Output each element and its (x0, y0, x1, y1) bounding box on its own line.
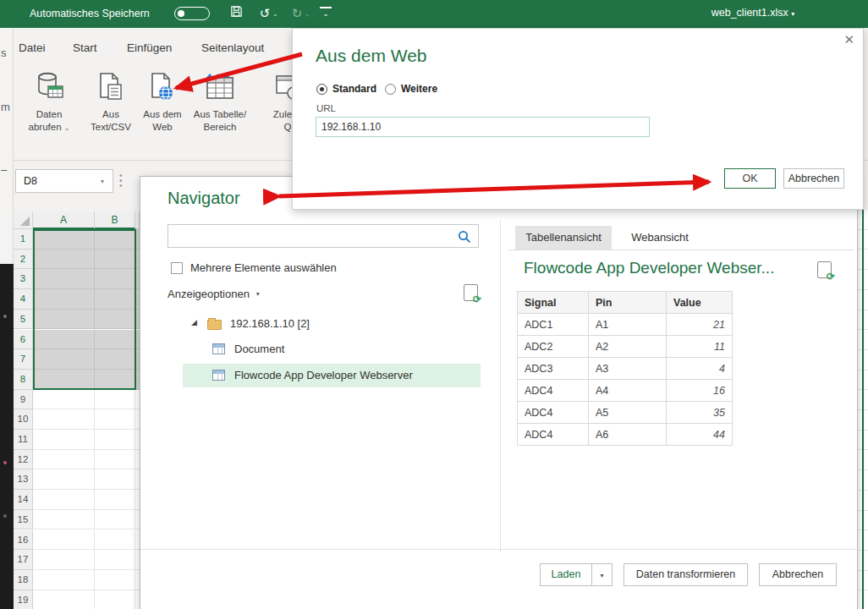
grid-cell[interactable] (95, 510, 135, 530)
grid-cell[interactable] (95, 430, 135, 450)
row-header[interactable]: 4 (14, 289, 33, 310)
tree-root-item[interactable]: ◢ 192.168.1.10 [2] (140, 312, 496, 336)
load-button[interactable]: Laden (540, 563, 592, 586)
row-header[interactable]: 1 (14, 229, 33, 250)
grid-cell[interactable] (33, 390, 95, 410)
row-header[interactable]: 2 (14, 250, 33, 270)
grid-cell[interactable] (33, 430, 95, 450)
grid-cell[interactable] (95, 349, 135, 370)
row-header[interactable]: 9 (14, 390, 33, 410)
radio-standard[interactable] (316, 84, 327, 95)
row-header[interactable]: 6 (14, 330, 33, 350)
grid-cell[interactable] (33, 269, 95, 289)
grid-cell[interactable] (33, 250, 95, 270)
grid-cell[interactable] (33, 289, 95, 310)
navigator-search-box[interactable] (168, 224, 479, 248)
grid-cell[interactable] (95, 590, 135, 609)
grid-cell[interactable] (95, 289, 135, 310)
document-title[interactable]: web_client1.xlsx ▾ (677, 7, 829, 19)
name-box-dropdown-icon[interactable]: ▾ (101, 178, 104, 185)
grid-cell[interactable] (95, 269, 135, 289)
tab-seitenlayout[interactable]: Seitenlayout (201, 41, 264, 54)
grid-cell[interactable] (33, 409, 95, 430)
row-header[interactable]: 3 (14, 269, 33, 289)
url-input[interactable] (316, 117, 650, 137)
background-text-fragment: s (1, 47, 7, 59)
grid-cell[interactable] (95, 530, 135, 551)
grid-cell[interactable] (33, 450, 95, 470)
get-data-button[interactable]: Daten abrufen ⌄ (15, 69, 83, 134)
navigator-search-input[interactable] (172, 228, 451, 244)
grid-cell[interactable] (95, 490, 135, 510)
undo-dropdown-icon[interactable]: ⌄ (272, 10, 278, 18)
grid-cell[interactable] (95, 330, 135, 350)
undo-icon[interactable]: ↺ (255, 4, 274, 23)
row-header[interactable]: 15 (14, 510, 33, 530)
transform-data-button[interactable]: Daten transformieren (624, 563, 748, 586)
row-header[interactable]: 10 (14, 409, 33, 430)
close-icon[interactable]: ✕ (843, 32, 854, 47)
refresh-icon[interactable]: ⟳ (464, 284, 478, 301)
search-icon[interactable] (458, 230, 471, 244)
row-header[interactable]: 17 (14, 550, 33, 570)
grid-cell[interactable] (33, 469, 95, 490)
select-all-corner[interactable] (14, 211, 33, 229)
grid-cell[interactable] (95, 550, 135, 570)
tree-item-flowcode-webserver[interactable]: Flowcode App Developer Webserver (183, 364, 481, 387)
row-header[interactable]: 12 (14, 450, 33, 470)
grid-cell[interactable] (33, 310, 95, 330)
column-header-b[interactable]: B (95, 211, 135, 229)
row-header[interactable]: 11 (14, 430, 33, 450)
column-header-a[interactable]: A (33, 211, 95, 229)
row-header[interactable]: 5 (14, 310, 33, 330)
grid-cell[interactable] (95, 469, 135, 490)
grid-cell[interactable] (33, 370, 95, 390)
tree-item-document[interactable]: Document (140, 337, 496, 361)
grid-cell[interactable] (95, 370, 135, 390)
grid-cell[interactable] (95, 450, 135, 470)
row-header[interactable]: 8 (14, 370, 33, 390)
autosave-toggle[interactable] (174, 7, 210, 20)
grid-cell[interactable] (33, 510, 95, 530)
tab-start[interactable]: Start (73, 41, 97, 54)
quick-access-customize-icon[interactable]: ⌄ (320, 7, 332, 17)
grid-cell[interactable] (95, 570, 135, 590)
grid-cell[interactable] (33, 330, 95, 350)
navigator-cancel-button[interactable]: Abbrechen (759, 563, 837, 586)
grid-cell[interactable] (95, 310, 135, 330)
multi-select-checkbox[interactable] (171, 262, 183, 274)
grid-cell[interactable] (33, 349, 95, 370)
grid-cell[interactable] (33, 550, 95, 570)
tab-webansicht[interactable]: Webansicht (619, 226, 700, 250)
ok-button[interactable]: OK (724, 168, 776, 189)
grid-cell[interactable] (95, 409, 135, 430)
grid-cell[interactable] (33, 530, 95, 551)
row-header[interactable]: 16 (14, 530, 33, 551)
row-header[interactable]: 7 (14, 349, 33, 370)
row-header[interactable]: 19 (14, 590, 33, 609)
grid-cell[interactable] (95, 250, 135, 270)
row-header[interactable]: 14 (14, 490, 33, 510)
preview-title: Flowcode App Developer Webser... (524, 259, 774, 277)
save-icon[interactable] (227, 4, 245, 23)
row-header[interactable]: 18 (14, 570, 33, 590)
tab-tabellenansicht[interactable]: Tabellenansicht (515, 226, 612, 250)
grid-cell[interactable] (33, 229, 95, 250)
web-dialog-cancel-button[interactable]: Abbrechen (783, 168, 844, 189)
tab-einfuegen[interactable]: Einfügen (127, 41, 172, 54)
grid-cell[interactable] (95, 390, 135, 410)
from-table-range-button[interactable]: Aus Tabelle/ Bereich (179, 69, 261, 134)
grid-cell[interactable] (33, 570, 95, 590)
display-options-dropdown[interactable]: Anzeigeoptionen▾ (168, 288, 260, 300)
row-header[interactable]: 13 (14, 469, 33, 490)
load-dropdown-button[interactable]: ▾ (591, 563, 613, 586)
grid-cell[interactable] (95, 229, 135, 250)
from-text-csv-button[interactable]: Aus Text/CSV (85, 69, 137, 134)
tree-expanded-icon[interactable]: ◢ (191, 318, 197, 326)
tab-datei[interactable]: Datei (19, 41, 46, 54)
grid-cell[interactable] (33, 590, 95, 609)
grid-cell[interactable] (33, 490, 95, 510)
radio-weitere[interactable] (385, 84, 396, 95)
name-box[interactable]: D8 ▾ (15, 169, 113, 193)
refresh-icon[interactable]: ⟳ (817, 261, 832, 278)
